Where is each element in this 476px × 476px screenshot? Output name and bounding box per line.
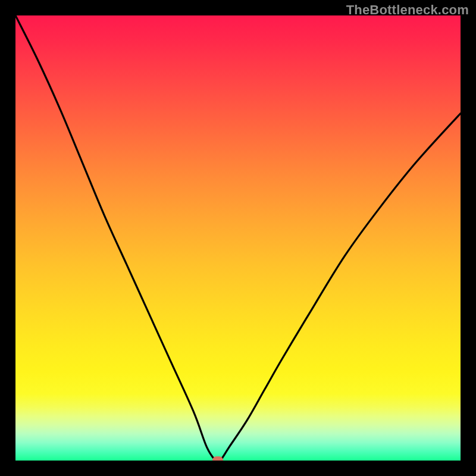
plot-area	[15, 15, 461, 461]
chart-frame: TheBottleneck.com	[0, 0, 476, 476]
watermark-text: TheBottleneck.com	[346, 2, 469, 18]
curve-layer	[15, 15, 461, 461]
bottleneck-vertex-marker	[212, 456, 223, 461]
bottleneck-curve	[15, 15, 461, 461]
